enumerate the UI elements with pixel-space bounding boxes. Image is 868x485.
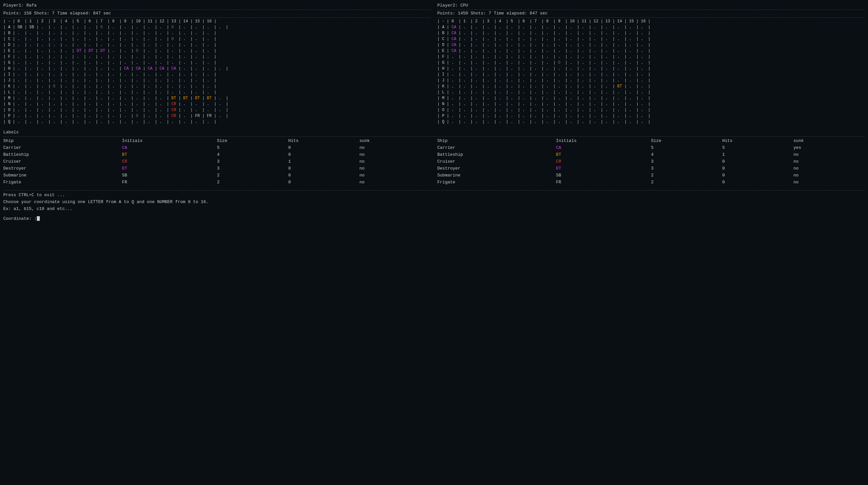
ship-hits: 0 [722, 179, 794, 186]
player2-stats: Points: 1450 Shots: 7 Time elapsed: 847 … [437, 10, 865, 17]
tables-row: Ship Initials Size Hits sunk Carrier CA … [3, 137, 865, 186]
player1-title: Player1: Rafa [3, 3, 431, 9]
table-row: Destroyer DT 3 0 no [437, 165, 865, 172]
ship-size: 4 [217, 152, 288, 158]
labels-section: Labels Ship Initials Size Hits sunk [3, 129, 865, 186]
ship-hits: 0 [288, 165, 360, 172]
ship-size: 2 [651, 172, 722, 179]
col-initials-p1: Initials [122, 137, 217, 145]
ship-hits: 0 [288, 144, 360, 152]
table-row: Submarine SB 2 0 no [3, 172, 431, 179]
table-row: Cruiser CR 3 0 no [437, 158, 865, 165]
ship-size: 3 [651, 165, 722, 172]
ship-sunk: no [360, 152, 431, 158]
ship-hits: 0 [722, 172, 794, 179]
table-row: Battleship BT 4 0 no [3, 152, 431, 158]
ship-hits: 0 [288, 179, 360, 186]
footer-section: Press CTRL+C to exit ... Choose your coo… [3, 189, 865, 222]
ship-name: Submarine [437, 172, 556, 179]
ship-name: Cruiser [437, 158, 556, 165]
col-size-p1: Size [217, 137, 288, 145]
ship-size: 4 [651, 152, 722, 158]
col-ship-p2: Ship [437, 137, 556, 145]
ship-sunk: no [794, 158, 865, 165]
player2-table-section: Ship Initials Size Hits sunk Carrier CA … [434, 137, 865, 186]
ship-size: 5 [217, 144, 288, 152]
player2-grid: | - | 0 | 1 | 2 | 3 | 4 | 5 | 6 | 7 | 8 … [437, 19, 865, 125]
ship-sunk: yes [794, 144, 865, 152]
player1-section: Player1: Rafa Points: 150 Shots: 7 Time … [3, 3, 434, 125]
player2-title: Player2: CPU [437, 3, 865, 9]
ship-initials: FR [556, 179, 651, 186]
ship-size: 3 [651, 158, 722, 165]
player1-grid: | - | 0 | 1 | 2 | 3 | 4 | 5 | 6 | 7 | 8 … [3, 19, 431, 125]
col-sunk-p1: sunk [360, 137, 431, 145]
ship-size: 3 [217, 165, 288, 172]
main-container: Player1: Rafa Points: 150 Shots: 7 Time … [3, 3, 865, 222]
ship-hits: 0 [722, 158, 794, 165]
ship-sunk: no [794, 172, 865, 179]
ship-name: Battleship [437, 152, 556, 158]
ship-sunk: no [794, 165, 865, 172]
ship-name: Carrier [437, 144, 556, 152]
coordinate-label: Coordinate: : [3, 216, 36, 221]
footer-ctrl-c: Press CTRL+C to exit ... [3, 192, 865, 199]
ship-size: 5 [651, 144, 722, 152]
cursor [37, 216, 40, 221]
players-row: Player1: Rafa Points: 150 Shots: 7 Time … [3, 3, 865, 125]
ship-size: 2 [217, 179, 288, 186]
col-initials-p2: Initials [556, 137, 651, 145]
ship-hits: 0 [288, 152, 360, 158]
ship-sunk: no [360, 158, 431, 165]
ship-hits: 1 [722, 152, 794, 158]
ship-hits: 0 [288, 172, 360, 179]
ship-sunk: no [794, 152, 865, 158]
ship-sunk: no [360, 165, 431, 172]
ship-name: Destroyer [437, 165, 556, 172]
ship-name: Cruiser [3, 158, 122, 165]
ship-initials: BT [556, 152, 651, 158]
ship-name: Carrier [3, 144, 122, 152]
ship-name: Frigate [437, 179, 556, 186]
ship-size: 3 [217, 158, 288, 165]
table-row: Frigate FR 2 0 no [437, 179, 865, 186]
ship-name: Battleship [3, 152, 122, 158]
player1-table-section: Ship Initials Size Hits sunk Carrier CA … [3, 137, 434, 186]
ship-name: Destroyer [3, 165, 122, 172]
ship-initials: CR [556, 158, 651, 165]
player1-stats: Points: 150 Shots: 7 Time elapsed: 847 s… [3, 10, 431, 17]
col-sunk-p2: sunk [794, 137, 865, 145]
ship-name: Frigate [3, 179, 122, 186]
table-row: Frigate FR 2 0 no [3, 179, 431, 186]
ship-hits: 0 [722, 165, 794, 172]
table-row: Battleship BT 4 1 no [437, 152, 865, 158]
ship-sunk: no [360, 172, 431, 179]
player2-ship-table: Ship Initials Size Hits sunk Carrier CA … [437, 137, 865, 186]
ship-initials: SB [122, 172, 217, 179]
col-hits-p1: Hits [288, 137, 360, 145]
ship-initials: DT [122, 165, 217, 172]
footer-instruction2: Ex: a1, b15, c10 and etc... [3, 206, 865, 213]
ship-size: 2 [217, 172, 288, 179]
table-row: Carrier CA 5 5 yes [437, 144, 865, 152]
ship-size: 2 [651, 179, 722, 186]
col-ship-p1: Ship [3, 137, 122, 145]
col-hits-p2: Hits [722, 137, 794, 145]
ship-initials: CR [122, 158, 217, 165]
table-row: Submarine SB 2 0 no [437, 172, 865, 179]
ship-sunk: no [360, 144, 431, 152]
ship-sunk: no [794, 179, 865, 186]
footer-instruction1: Choose your coordinate using one LETTER … [3, 199, 865, 206]
ship-initials: BT [122, 152, 217, 158]
ship-initials: SB [556, 172, 651, 179]
player2-section: Player2: CPU Points: 1450 Shots: 7 Time … [434, 3, 865, 125]
ship-initials: CA [556, 144, 651, 152]
table-row: Carrier CA 5 0 no [3, 144, 431, 152]
ship-initials: DT [556, 165, 651, 172]
table-row: Destroyer DT 3 0 no [3, 165, 431, 172]
ship-initials: CA [122, 144, 217, 152]
table-row: Cruiser CR 3 1 no [3, 158, 431, 165]
labels-title: Labels [3, 129, 865, 136]
ship-hits: 1 [288, 158, 360, 165]
player1-ship-table: Ship Initials Size Hits sunk Carrier CA … [3, 137, 431, 186]
